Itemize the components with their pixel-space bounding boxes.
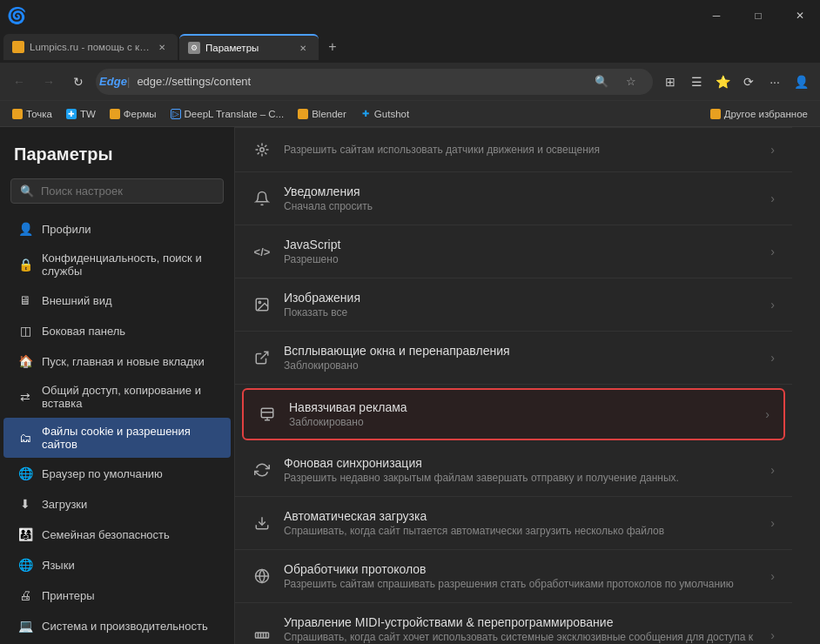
javascript-subtitle: Разрешено [284,253,758,265]
popups-subtitle: Заблокировано [284,359,758,372]
settings-item-images[interactable]: Изображения Показать все › [235,278,792,332]
bookmark-tochka[interactable]: Точка [7,107,57,121]
edge-logo-icon: 🌀 [7,6,26,25]
favorite-button[interactable]: ☆ [620,70,642,93]
sidebar-item-printers[interactable]: 🖨 Принтеры [3,580,231,610]
protocol-title: Обработчики протоколов [284,562,758,576]
profile-button[interactable]: 👤 [789,70,813,94]
javascript-icon: </> [252,242,272,261]
bgsync-arrow: › [770,463,775,477]
sidebar-item-languages[interactable]: 🌐 Языки [3,550,231,580]
settings-item-sensors[interactable]: Разрешить сайтам использовать датчики дв… [235,127,792,172]
midi-icon [252,626,272,644]
bookmark-fermy[interactable]: Фермы [104,107,162,121]
refresh-button[interactable]: ↻ [66,70,91,94]
autodownload-icon [252,513,272,533]
settings-item-javascript[interactable]: </> JavaScript Разрешено › [235,225,792,278]
settings-item-bgsync[interactable]: Фоновая синхронизация Разрешить недавно … [235,444,792,497]
settings-list: Разрешить сайтам использовать датчики дв… [235,127,792,644]
settings-item-midi[interactable]: Управление MIDI-устройствами & перепрогр… [235,603,792,644]
tab-title-settings: Параметры [205,43,291,53]
bookmark-other[interactable]: Другое избранное [705,107,813,121]
settings-item-autodownload[interactable]: Автоматическая загрузка Спрашивать, когд… [235,497,792,550]
back-button[interactable]: ← [7,70,31,94]
sidebar-icon-panel: ◫ [17,323,33,339]
bookmark-gutshot[interactable]: ✚ Gutshot [355,107,414,121]
images-arrow: › [770,298,775,312]
sidebar-label-system: Система и производительность [42,620,208,633]
bookmark-icon-other [710,109,721,119]
collections-button[interactable]: ☰ [684,70,709,94]
sidebar-item-sidebar[interactable]: ◫ Боковая панель [3,316,231,345]
extensions-button[interactable]: ⊞ [658,70,682,94]
sidebar-search-icon: 🔍 [20,184,34,198]
close-button[interactable]: ✕ [780,0,820,31]
sidebar-item-downloads[interactable]: ⬇ Загрузки [3,489,231,519]
sidebar-title: Параметры [0,144,234,178]
tab-lumpics[interactable]: Lumpics.ru - помощь с компьюте... ✕ [3,34,178,60]
sidebar-label-share: Общий доступ, копирование и вставка [42,384,217,410]
popups-icon [252,348,272,367]
protocol-icon [252,567,272,586]
ads-arrow: › [765,407,770,421]
minimize-button[interactable]: ─ [696,0,736,31]
tab-settings[interactable]: ⚙ Параметры ✕ [179,34,319,60]
bookmark-tw[interactable]: ✚ TW [61,107,101,121]
sidebar-item-browser[interactable]: 🌐 Браузер по умолчанию [3,459,231,488]
address-bar: ← → ↻ Edge | edge://settings/content 🔍 ☆… [0,63,820,101]
bookmark-icon-deepl: ▷ [171,109,181,119]
new-tab-button[interactable]: + [320,35,345,59]
sidebar-item-family[interactable]: 👨‍👩‍👧 Семейная безопасность [3,520,231,549]
toolbar-actions: ⊞ ☰ ⭐ ⟳ ··· 👤 [658,70,813,94]
search-address-icon[interactable]: 🔍 [590,70,613,93]
sidebar-item-newtab[interactable]: 🏠 Пуск, главная и новые вкладки [3,346,231,376]
sidebar-item-share[interactable]: ⇄ Общий доступ, копирование и вставка [3,377,231,417]
tab-close-settings[interactable]: ✕ [296,41,310,55]
settings-item-notifications[interactable]: Уведомления Сначала спросить › [235,172,792,225]
bookmark-deepl[interactable]: ▷ DeepL Translate – C... [165,107,290,121]
sidebar-item-privacy[interactable]: 🔒 Конфиденциальность, поиск и службы [3,245,231,285]
bgsync-subtitle: Разрешить недавно закрытым файлам заверш… [284,472,758,484]
bgsync-title: Фоновая синхронизация [284,456,758,470]
sidebar-item-profiles[interactable]: 👤 Профили [3,214,231,244]
bookmark-icon-tochka [12,109,23,119]
ads-title: Навязчивая реклама [289,400,753,414]
bookmark-icon-fermy [110,109,120,119]
sidebar-item-cookies[interactable]: 🗂 Файлы cookie и разрешения сайтов [3,418,231,458]
newtab-icon: 🏠 [17,353,33,369]
browser-icon: 🌐 [17,466,33,481]
svg-line-3 [261,352,268,359]
settings-item-protocol[interactable]: Обработчики протоколов Разрешить сайтам … [235,550,792,603]
images-title: Изображения [284,291,758,305]
titlebar: 🌀 ─ □ ✕ [0,0,820,31]
bookmark-blender[interactable]: Blender [292,107,352,121]
tab-close-lumpics[interactable]: ✕ [155,40,169,54]
sidebar-label-languages: Языки [42,559,75,572]
appearance-icon: 🖥 [17,292,33,308]
favorites-button[interactable]: ⭐ [710,70,735,94]
forward-button[interactable]: → [37,70,61,94]
history-button[interactable]: ⟳ [736,70,761,94]
settings-item-ads[interactable]: Навязчивая реклама Заблокировано › [242,388,785,440]
more-button[interactable]: ··· [763,70,787,94]
sidebar-item-system[interactable]: 💻 Система и производительность [3,611,231,641]
sidebar-search-input[interactable] [41,184,214,198]
midi-subtitle: Спрашивать, когда сайт хочет использоват… [284,631,758,644]
sensors-subtitle: Разрешить сайтам использовать датчики дв… [284,144,758,156]
sidebar-item-appearance[interactable]: 🖥 Внешний вид [3,285,231,315]
sidebar-search[interactable]: 🔍 [10,178,224,204]
maximize-button[interactable]: □ [738,0,778,31]
sidebar-label-browser: Браузер по умолчанию [42,467,163,480]
settings-item-popups[interactable]: Всплывающие окна и перенаправления Забло… [235,332,792,385]
svg-point-0 [260,148,265,152]
sidebar-label-profiles: Профили [42,223,91,236]
sidebar-label-privacy: Конфиденциальность, поиск и службы [42,252,217,278]
address-input-container[interactable]: Edge | edge://settings/content 🔍 ☆ [96,69,653,95]
bookmark-icon-gutshot: ✚ [360,109,371,119]
sensors-content: Разрешить сайтам использовать датчики дв… [284,144,758,156]
address-text: edge://settings/content [137,75,583,88]
autodownload-title: Автоматическая загрузка [284,509,758,523]
share-icon: ⇄ [17,389,33,405]
sidebar-label-appearance: Внешний вид [42,294,112,307]
notifications-content: Уведомления Сначала спросить [284,184,758,212]
